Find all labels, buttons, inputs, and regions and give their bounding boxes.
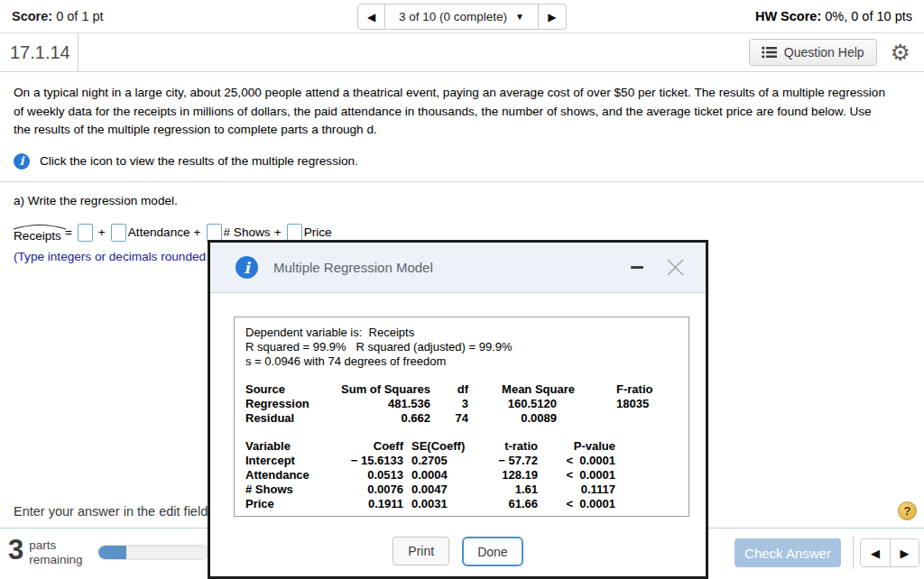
anova-cell: 160.5120: [468, 397, 575, 411]
prev-arrow-icon: ◀: [367, 11, 375, 23]
coeff-cell: < 0.0001: [538, 497, 615, 511]
parts-remaining-label: parts remaining: [29, 538, 82, 567]
attendance-label: Attendance: [128, 225, 190, 239]
question-select-dropdown[interactable]: 3 of 10 (0 complete) ▼: [385, 4, 539, 30]
next-arrow-icon: ▶: [548, 11, 556, 23]
coeff-cell: 0.0513: [340, 468, 403, 482]
dependent-variable-line: Dependent variable is: Receipts: [245, 326, 678, 340]
coeff-cell: 0.1117: [538, 482, 615, 497]
formula-lhs: Receipts: [14, 229, 61, 243]
done-button[interactable]: Done: [462, 537, 522, 566]
coeff-cell: 61.66: [459, 497, 538, 511]
question-bar-actions: Question Help ⚙: [749, 33, 924, 71]
anova-row-residual: Residual 0.662 74 0.0089: [245, 411, 678, 426]
coeff-cell: 0.0076: [340, 482, 403, 497]
anova-cell: Regression: [245, 397, 327, 411]
coeff-cell: 0.1911: [340, 497, 403, 511]
hat-icon: [12, 223, 68, 230]
score-bar: Score: 0 of 1 pt ◀ 3 of 10 (0 complete) …: [0, 0, 924, 33]
anova-header: F-ratio: [575, 382, 652, 397]
gear-icon[interactable]: ⚙: [891, 41, 910, 64]
question-nav-group: ◀ 3 of 10 (0 complete) ▼ ▶: [357, 4, 567, 30]
anova-cell: 18035: [575, 397, 649, 411]
coeff-header: P-value: [538, 439, 615, 454]
view-results-note: Click the icon to view the results of th…: [40, 154, 358, 168]
check-answer-button[interactable]: Check Answer: [735, 538, 841, 567]
prev-question-button[interactable]: ◀: [357, 4, 385, 30]
view-results-row: i Click the icon to view the results of …: [0, 140, 924, 181]
coeff-row-shows: # Shows 0.0076 0.0047 1.61 0.1117: [245, 482, 678, 497]
coeff-cell: < 0.0001: [538, 468, 615, 482]
minimize-icon[interactable]: [631, 266, 643, 269]
footer-vertical-divider: [853, 537, 854, 569]
part-a-prompt: a) Write the regression model.: [14, 194, 910, 207]
next-question-button[interactable]: ▶: [539, 4, 567, 30]
dialog-title: Multiple Regression Model: [273, 260, 433, 275]
anova-header: Sum of Squares: [327, 382, 430, 397]
parts-label-line2: remaining: [29, 553, 82, 567]
info-icon[interactable]: i: [14, 153, 30, 170]
score-label: Score:: [12, 9, 52, 23]
dialog-header[interactable]: i Multiple Regression Model: [210, 243, 706, 293]
coeff-cell: < 0.0001: [538, 454, 615, 468]
s-line: s = 0.0946 with 74 degrees of freedom: [245, 354, 678, 369]
coeff-cell: # Shows: [245, 482, 340, 497]
coeff-cell: Price: [245, 497, 340, 511]
anova-header-row: Source Sum of Squares df Mean Square F-r…: [245, 382, 678, 397]
coeff-row-price: Price 0.1911 0.0031 61.66 < 0.0001: [245, 497, 678, 511]
intercept-input[interactable]: [78, 224, 93, 242]
hw-score-value: 0%, 0 of 10 pts: [821, 9, 912, 23]
coeff-cell: Intercept: [245, 454, 340, 468]
prev-part-button[interactable]: ◀: [861, 539, 890, 566]
plus-sign-3: +: [274, 225, 282, 239]
coeff-header: Variable: [245, 439, 340, 454]
coeff-cell: 0.0031: [403, 497, 459, 511]
coeff-cell: − 57.72: [459, 454, 538, 468]
anova-cell: 0.662: [327, 411, 430, 426]
chevron-down-icon: ▼: [515, 12, 524, 22]
close-icon[interactable]: [665, 257, 686, 278]
coeff-header-row: Variable Coeff SE(Coeff) t-ratio P-value: [245, 439, 678, 454]
plus-sign-1: +: [98, 225, 106, 239]
coeff-row-attendance: Attendance 0.0513 0.0004 128.19 < 0.0001: [245, 468, 678, 482]
anova-header: Mean Square: [468, 382, 575, 397]
question-id-bar: 17.1.14 Question Help ⚙: [0, 33, 924, 72]
coeff-cell: 0.0004: [403, 468, 459, 482]
info-icon: i: [236, 256, 258, 279]
progress-bar-fill: [98, 546, 126, 559]
score-text: Score: 0 of 1 pt: [12, 9, 104, 23]
coeff-header: SE(Coeff): [403, 439, 459, 454]
parts-remaining-count: 3: [8, 535, 23, 567]
attendance-coef-input[interactable]: [111, 224, 126, 242]
anova-row-regression: Regression 481.536 3 160.5120 18035: [245, 397, 678, 411]
coeff-cell: − 15.6133: [340, 454, 403, 468]
parts-label-line1: parts: [29, 538, 82, 553]
question-position-label: 3 of 10 (0 complete): [399, 10, 507, 23]
footer-nav-group: ◀ ▶: [860, 538, 919, 567]
score-value: 0 of 1 pt: [52, 9, 103, 23]
problem-statement: On a typical night in a large city, abou…: [0, 72, 902, 140]
next-part-button[interactable]: ▶: [890, 539, 919, 566]
anova-cell: [575, 411, 616, 426]
price-label: Price: [304, 225, 332, 239]
price-coef-input[interactable]: [287, 224, 302, 242]
shows-label: # Shows: [224, 225, 271, 239]
answer-hint-text: Enter your answer in the edit fields: [14, 504, 209, 519]
list-icon: [762, 46, 777, 59]
parts-remaining: 3 parts remaining: [8, 535, 83, 567]
anova-header: Source: [245, 382, 327, 397]
hw-score-text: HW Score: 0%, 0 of 10 pts: [755, 9, 912, 23]
coeff-cell: 0.0047: [403, 482, 459, 497]
coeff-cell: Attendance: [245, 468, 340, 482]
anova-cell: 3: [430, 397, 468, 411]
shows-coef-input[interactable]: [207, 224, 222, 242]
coeff-header: t-ratio: [459, 439, 538, 454]
question-help-button[interactable]: Question Help: [749, 39, 877, 66]
anova-cell: 74: [430, 411, 468, 426]
r-squared-line: R squared = 99.9% R squared (adjusted) =…: [245, 340, 678, 354]
print-button[interactable]: Print: [393, 537, 449, 565]
receipts-hat-term: Receipts: [14, 223, 61, 243]
help-icon[interactable]: ?: [898, 501, 917, 520]
hw-score-label: HW Score:: [755, 9, 821, 23]
anova-header: df: [430, 382, 468, 397]
